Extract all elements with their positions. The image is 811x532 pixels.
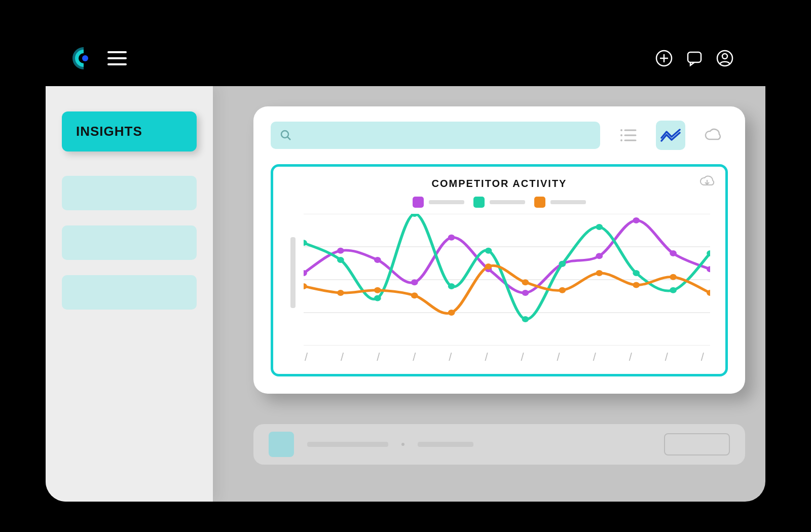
svg-point-38 — [374, 295, 381, 301]
dot-separator — [401, 443, 404, 446]
list-view-button[interactable] — [613, 121, 643, 150]
svg-point-10 — [281, 131, 288, 138]
x-tick: / — [521, 351, 529, 362]
sidebar-item[interactable] — [62, 225, 197, 260]
insights-card: COMPETITOR ACTIVITY — [253, 106, 745, 394]
legend-item — [413, 197, 464, 208]
svg-point-51 — [411, 292, 418, 298]
svg-point-14 — [620, 134, 622, 136]
text-placeholder — [418, 442, 473, 447]
svg-point-50 — [374, 287, 381, 293]
svg-point-12 — [620, 129, 622, 131]
svg-point-54 — [522, 279, 529, 285]
sidebar-item[interactable] — [62, 176, 197, 210]
legend-item — [534, 197, 586, 208]
x-tick: / — [593, 351, 601, 362]
svg-point-58 — [670, 274, 677, 280]
x-tick: / — [341, 351, 349, 362]
text-placeholder — [307, 442, 388, 447]
chart-x-ticks: //////////// — [288, 351, 710, 362]
x-tick: / — [629, 351, 637, 362]
chart-plot — [304, 214, 710, 346]
menu-icon[interactable] — [107, 51, 127, 65]
svg-point-40 — [448, 283, 455, 289]
svg-rect-3 — [107, 63, 127, 65]
svg-point-34 — [670, 250, 677, 256]
svg-point-43 — [559, 261, 566, 267]
svg-point-28 — [448, 235, 455, 241]
app-logo[interactable] — [71, 46, 96, 71]
x-tick: / — [557, 351, 565, 362]
chart-panel: COMPETITOR ACTIVITY — [271, 164, 728, 376]
svg-point-44 — [596, 224, 603, 230]
search-input[interactable] — [271, 122, 600, 149]
svg-point-33 — [633, 217, 640, 223]
thumbnail — [269, 432, 294, 457]
chart-legend — [288, 197, 710, 208]
search-icon — [280, 129, 292, 141]
svg-point-48 — [304, 283, 307, 289]
svg-point-30 — [522, 290, 529, 296]
add-icon[interactable] — [649, 49, 679, 67]
svg-point-25 — [337, 248, 344, 254]
cloud-view-button[interactable] — [698, 121, 728, 150]
legend-label-placeholder — [490, 200, 525, 204]
x-tick: / — [701, 351, 709, 362]
chart-title: COMPETITOR ACTIVITY — [288, 178, 710, 189]
svg-point-9 — [722, 54, 727, 59]
list-item[interactable] — [253, 424, 745, 465]
svg-point-46 — [670, 287, 677, 293]
x-tick: / — [377, 351, 385, 362]
legend-swatch — [473, 197, 485, 208]
svg-point-57 — [633, 282, 640, 288]
legend-swatch — [534, 197, 545, 208]
svg-point-16 — [620, 139, 622, 141]
chart-view-button[interactable] — [656, 121, 685, 150]
chat-icon[interactable] — [679, 49, 710, 67]
svg-point-55 — [559, 287, 566, 293]
sidebar: INSIGHTS — [46, 86, 213, 502]
svg-point-42 — [522, 316, 529, 322]
x-tick: / — [485, 351, 493, 362]
sidebar-item[interactable] — [62, 275, 197, 310]
legend-item — [473, 197, 525, 208]
cloud-icon — [704, 128, 722, 142]
svg-point-27 — [411, 279, 418, 285]
svg-point-53 — [485, 263, 492, 270]
list-icon — [619, 128, 637, 143]
svg-rect-1 — [107, 51, 127, 53]
chart-scrollbar[interactable] — [290, 237, 296, 308]
x-tick: / — [305, 351, 313, 362]
svg-point-37 — [337, 257, 344, 263]
svg-line-11 — [287, 137, 290, 140]
svg-point-52 — [448, 310, 455, 316]
svg-rect-2 — [107, 57, 127, 59]
svg-point-45 — [633, 270, 640, 276]
svg-point-32 — [596, 253, 603, 259]
svg-rect-7 — [688, 52, 701, 62]
profile-icon[interactable] — [710, 49, 740, 67]
legend-label-placeholder — [429, 200, 464, 204]
download-button[interactable] — [699, 175, 715, 190]
legend-swatch — [413, 197, 424, 208]
chart-icon — [660, 128, 681, 143]
svg-point-49 — [337, 290, 344, 296]
legend-label-placeholder — [550, 200, 586, 204]
svg-point-56 — [596, 270, 603, 276]
action-button[interactable] — [664, 433, 730, 455]
svg-point-0 — [82, 55, 88, 61]
svg-point-41 — [485, 248, 492, 254]
svg-point-26 — [374, 257, 381, 263]
cloud-download-icon — [699, 175, 715, 188]
x-tick: / — [413, 351, 421, 362]
insights-button[interactable]: INSIGHTS — [62, 111, 197, 151]
x-tick: / — [665, 351, 673, 362]
x-tick: / — [449, 351, 457, 362]
